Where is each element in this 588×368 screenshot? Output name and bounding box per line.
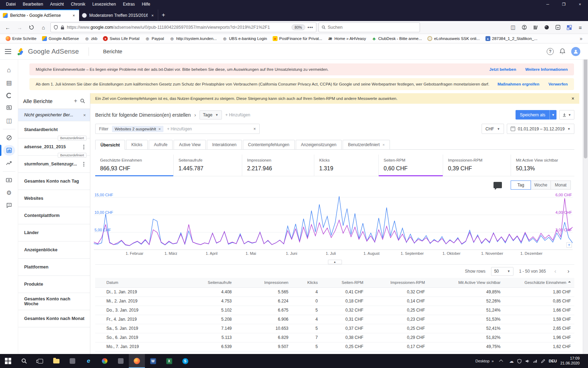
nav-payments-icon[interactable] — [0, 174, 18, 186]
taskbar-app-internet-explorer[interactable]: e — [80, 354, 97, 368]
search-reports-icon[interactable] — [80, 98, 85, 103]
report-item-sturmforum-seitenzugr[interactable]: Benutzerdefiniertsturmforum_Seitenzugr..… — [18, 156, 90, 173]
report-item-websites[interactable]: Websites — [18, 190, 90, 207]
security-shield-icon[interactable] — [517, 359, 522, 363]
column-header-mit-active-view-sichtbar[interactable]: Mit Active View sichtbar — [428, 278, 504, 287]
menu-datei[interactable]: Datei — [3, 1, 19, 8]
nav-feedback-icon[interactable] — [0, 199, 18, 212]
nav-layout-icon[interactable]: ◫ — [0, 114, 18, 127]
browser-tab-moderatoren-treffen-2015-2016[interactable]: Moderatoren Treffen 2015/2016× — [79, 9, 158, 21]
home-button[interactable]: ⌂ — [38, 23, 48, 32]
previous-page-icon[interactable]: ‹ — [552, 268, 559, 275]
adsense-logo[interactable]: Google AdSense — [16, 47, 79, 56]
hidden-icons-chevron[interactable] — [497, 360, 506, 362]
tab-bersicht[interactable]: Übersicht — [95, 140, 125, 150]
add-filter-placeholder[interactable]: + Hinzufügen — [167, 127, 192, 131]
report-item-l-nder[interactable]: Länder — [18, 224, 90, 241]
nav-reports-icon[interactable] — [0, 144, 18, 157]
chart-collapse-button[interactable]: ▲ — [328, 260, 342, 264]
annotation-comment-icon[interactable] — [493, 182, 502, 188]
kebab-menu-icon[interactable] — [82, 161, 86, 168]
menu-ansicht[interactable]: Ansicht — [47, 1, 67, 8]
period-button-monat[interactable]: Monat — [551, 180, 571, 190]
save-as-caret[interactable]: ▼ — [550, 110, 556, 120]
bookmark-erste-schritte[interactable]: Erste Schritte — [4, 35, 38, 42]
bookmark-clubdesk-bitte-anme[interactable]: ♣ClubDesk - Bitte anme... — [370, 35, 424, 42]
report-item-gesamtes-konto-nach-monat[interactable]: Gesamtes Konto nach Monat — [18, 310, 90, 327]
bookmark-swiss-life-portal[interactable]: ●Swiss Life Portal — [101, 35, 141, 42]
taskbar-app-skype[interactable]: S — [177, 354, 193, 368]
notifications-bell-icon[interactable] — [559, 48, 566, 55]
chip-remove-icon[interactable]: × — [159, 127, 161, 131]
reload-button[interactable] — [27, 23, 36, 32]
table-row[interactable]: So., 6. Jan. 20195.1136.82970,38 CHF0,29… — [95, 333, 574, 342]
speed-dial-grid-icon[interactable] — [564, 23, 574, 32]
tab-active-view[interactable]: Active View — [174, 140, 206, 149]
tab-anzeigensitzungen[interactable]: Anzeigensitzungen — [296, 140, 342, 149]
metric-seitenaufrufe[interactable]: Seitenaufrufe1.445.787 — [174, 155, 242, 176]
metric-gesch-tzte-einnahmen[interactable]: Geschätzte Einnahmen866,93 CHF — [95, 155, 174, 176]
tab-contentempfehlungen[interactable]: Contentempfehlungen — [243, 140, 295, 149]
menu-chronik[interactable]: Chronik — [68, 1, 88, 8]
tab-close-icon[interactable]: × — [383, 143, 385, 147]
task-view-button[interactable] — [32, 354, 48, 368]
report-item-gesamtes-konto-nach-tag[interactable]: Gesamtes Konto nach Tag — [18, 173, 90, 190]
table-row[interactable]: Mo., 7. Jan. 20196.5399.50750,25 CHF0,17… — [95, 342, 574, 351]
network-icon[interactable] — [533, 359, 538, 363]
report-item-anzeigenbl-cke[interactable]: Anzeigenblöcke — [18, 241, 90, 259]
menu-hilfe[interactable]: Hilfe — [139, 1, 153, 8]
account-icon[interactable] — [519, 23, 529, 32]
filter-box[interactable]: Filter Websites 2 ausgewählt× + Hinzufüg… — [95, 124, 260, 134]
add-report-button[interactable]: + — [71, 97, 80, 104]
tab-close-icon[interactable]: × — [71, 13, 76, 18]
nav-sites-review-icon[interactable] — [0, 102, 18, 114]
nav-brand-safety-icon[interactable] — [0, 89, 18, 102]
websites-filter-chip[interactable]: Websites 2 ausgewählt× — [112, 126, 164, 132]
period-button-tag[interactable]: Tag — [511, 180, 531, 190]
period-button-woche[interactable]: Woche — [531, 180, 551, 190]
save-as-button[interactable]: Speichern als — [516, 110, 550, 120]
clear-filters-icon[interactable]: × — [253, 127, 256, 131]
nav-blocking-controls-icon[interactable] — [0, 131, 18, 144]
menu-extras[interactable]: Extras — [120, 1, 138, 8]
tab-benutzerdefiniert[interactable]: Benutzerdefiniert× — [343, 140, 390, 149]
bookmark-http-system-kunden[interactable]: ⊕http://system.kunden... — [167, 35, 219, 42]
take-action-link[interactable]: Maßnahmen ergreifen — [498, 82, 540, 86]
next-page-icon[interactable]: › — [565, 268, 572, 275]
tab-interaktionen[interactable]: Interaktionen — [207, 140, 241, 149]
nav-ads-icon[interactable]: ▤ — [0, 76, 18, 89]
menu-bearbeiten[interactable]: Bearbeiten — [20, 1, 46, 8]
table-row[interactable]: Fr., 4. Jan. 20195.2086.90640,31 CHF0,23… — [95, 315, 574, 324]
column-header-gesch-tzte-einnahmen[interactable]: Geschätzte Einnahmen — [504, 278, 574, 287]
new-tab-button[interactable]: + — [158, 10, 169, 20]
add-dimension-button[interactable]: + Hinzufügen — [225, 113, 250, 117]
desktop-toolbar[interactable]: Desktop» — [475, 359, 493, 363]
page-scrollbar[interactable] — [583, 43, 588, 354]
taskbar-search-button[interactable] — [16, 354, 32, 368]
page-actions-icon[interactable]: ••• — [308, 25, 313, 30]
fix-now-link[interactable]: Jetzt beheben — [489, 67, 516, 71]
bookmark-287384-1-2-stallikon[interactable]: ▲287384_1_2_Stallikon_... — [483, 35, 540, 42]
metric-seiten-rpm[interactable]: Seiten-RPM0,60 CHF — [379, 155, 443, 176]
menu-icon[interactable]: ≡ — [575, 23, 585, 32]
column-header-impressionen[interactable]: Impressionen — [235, 278, 292, 287]
taskbar-app-app-generic-2[interactable] — [113, 354, 129, 368]
report-item-produkte[interactable]: Produkte — [18, 276, 90, 293]
metric-impressionen-rpm[interactable]: Impressionen-RPM0,39 CHF — [443, 155, 511, 176]
language-indicator[interactable]: DEU — [549, 359, 557, 363]
report-item-gesamtes-konto-nach-woche[interactable]: Gesamtes Konto nach Woche — [18, 293, 90, 310]
lock-icon[interactable] — [61, 25, 64, 30]
taskbar-app-word[interactable]: W — [145, 354, 161, 368]
table-row[interactable]: Mi., 2. Jan. 20194.7536.22400,18 CHF0,14… — [95, 297, 574, 306]
date-range-picker[interactable]: 01.01.2019 – 31.12.2019▼ — [507, 124, 574, 134]
taskbar-app-app-generic-1[interactable] — [64, 354, 80, 368]
start-button[interactable] — [0, 354, 16, 368]
metric-klicks[interactable]: Klicks1.319 — [314, 155, 379, 176]
zoom-level-badge[interactable]: 80% — [292, 25, 305, 30]
volume-icon[interactable] — [525, 359, 530, 363]
search-input[interactable] — [328, 25, 417, 30]
taskbar-app-firefox[interactable] — [129, 354, 145, 368]
metric-mit-active-view-sichtbar[interactable]: Mit Active View sichtbar50,13% — [511, 155, 574, 176]
search-bar[interactable] — [318, 22, 420, 32]
help-icon[interactable]: ? — [547, 48, 554, 55]
